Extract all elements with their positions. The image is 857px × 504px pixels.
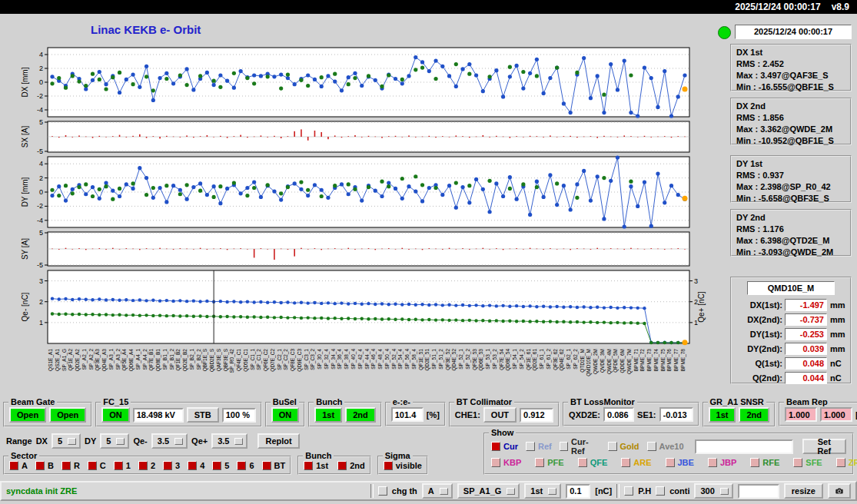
fc15-percent-field[interactable] (222, 408, 256, 423)
data-point (582, 305, 585, 308)
aux-input[interactable] (738, 484, 779, 499)
sector-check-4[interactable]: 4 (188, 461, 204, 470)
screenshot-button[interactable] (828, 483, 851, 499)
checkbox[interactable] (535, 458, 544, 467)
checkbox[interactable] (666, 458, 675, 467)
show-check-zre[interactable]: ZRE (836, 458, 857, 467)
qxd2e-value-field[interactable] (603, 407, 634, 422)
range-qem-dropdown[interactable]: 3.5 (151, 433, 188, 449)
show-check-ave10[interactable]: Ave10 (647, 442, 684, 451)
orbit-plots[interactable]: 420-2-4DX [mm]5-5SX [A]420-2-4DY [mm]5-5… (0, 14, 715, 400)
checkbox[interactable] (138, 461, 148, 470)
sigma-check-visible[interactable]: visible (384, 461, 422, 470)
show-check-jbp[interactable]: JBP (708, 458, 736, 467)
sector-check-a[interactable]: A (9, 461, 28, 470)
beam-rep-field-2[interactable] (820, 407, 852, 422)
checkbox[interactable] (114, 461, 123, 470)
checkbox[interactable] (836, 458, 845, 467)
threshold-input[interactable] (566, 484, 590, 499)
checkbox[interactable] (61, 461, 71, 470)
busel-on-button[interactable]: ON (271, 407, 300, 423)
data-point (165, 314, 168, 317)
gr-snsr-1st-button[interactable]: 1st (709, 407, 736, 423)
ee-ratio-field[interactable] (391, 407, 424, 422)
checkbox[interactable] (621, 458, 630, 467)
show-check-kbp[interactable]: KBP (491, 458, 521, 467)
checkbox[interactable] (262, 461, 271, 470)
resize-button[interactable]: resize (784, 483, 823, 499)
sector-check-r[interactable]: R (61, 461, 80, 470)
beam-gate-open-1-button[interactable]: Open (9, 407, 46, 423)
chg-th-checkbox[interactable] (378, 486, 387, 496)
sector-check-b[interactable]: B (35, 461, 54, 470)
checkbox[interactable] (212, 461, 221, 470)
sector-select-dropdown[interactable]: A (422, 483, 453, 499)
beam-gate-open-2-button[interactable]: Open (49, 407, 86, 423)
checkbox[interactable] (384, 461, 393, 470)
show-check-are[interactable]: ARE (621, 458, 651, 467)
bunch-check-1st[interactable]: 1st (304, 461, 328, 470)
checkbox[interactable] (793, 458, 802, 467)
show-check-gold[interactable]: Gold (608, 442, 639, 451)
sector-check-1[interactable]: 1 (114, 461, 131, 470)
set-ref-button[interactable]: Set Ref (802, 439, 846, 454)
show-check-rfe[interactable]: RFE (750, 458, 779, 467)
checkbox[interactable] (578, 458, 587, 467)
checkbox[interactable] (237, 461, 246, 470)
checkbox[interactable] (88, 461, 97, 470)
che1-state-button[interactable]: OUT (483, 407, 517, 423)
checkbox[interactable] (647, 442, 656, 451)
show-check-cur[interactable]: Cur (491, 442, 518, 451)
checkbox[interactable] (188, 461, 197, 470)
sector-check-c[interactable]: C (88, 461, 106, 470)
range-dx-dropdown[interactable]: 5 (51, 433, 81, 449)
show-check-sfe[interactable]: SFE (793, 458, 822, 467)
bpm-select-dropdown[interactable]: SP_A1_G (457, 483, 520, 499)
checkbox[interactable] (608, 442, 617, 451)
range-dy-dropdown[interactable]: 5 (100, 433, 129, 449)
checkbox[interactable] (491, 442, 500, 451)
fc15-on-button[interactable]: ON (101, 407, 130, 423)
bpm-monitor-title[interactable]: QMD10E_M (747, 281, 835, 295)
se1-value-field[interactable] (659, 407, 693, 422)
sector-check-2[interactable]: 2 (138, 461, 155, 470)
sector-check-bt[interactable]: BT (262, 461, 286, 470)
bunch-1st-button[interactable]: 1st (314, 407, 342, 423)
repeat-count-dropdown[interactable]: 300 (694, 483, 732, 499)
bunch-2nd-button[interactable]: 2nd (345, 407, 376, 423)
stat-rms: RMS : 0.937 (736, 170, 850, 181)
show-check-qfe[interactable]: QFE (578, 458, 608, 467)
data-point (535, 180, 539, 184)
checkbox[interactable] (750, 458, 759, 467)
checkbox[interactable] (708, 458, 717, 467)
data-point (380, 317, 384, 320)
checkbox[interactable] (560, 442, 568, 451)
checkbox[interactable] (337, 461, 347, 470)
bunch-select-dropdown[interactable]: 1st (524, 483, 561, 499)
beam-rep-field-1[interactable] (785, 407, 817, 422)
che1-value-field[interactable] (520, 408, 553, 423)
range-qep-dropdown[interactable]: 3.5 (211, 433, 247, 449)
sector-check-6[interactable]: 6 (237, 461, 254, 470)
ref-name-input[interactable] (695, 439, 793, 454)
checkbox[interactable] (163, 461, 172, 470)
show-check-cur-ref[interactable]: Cur-Ref (560, 437, 600, 456)
ph-checkbox[interactable] (624, 486, 633, 496)
bunch-check-2nd[interactable]: 2nd (337, 461, 365, 470)
sector-check-3[interactable]: 3 (163, 461, 180, 470)
sector-check-5[interactable]: 5 (212, 461, 229, 470)
replot-button[interactable]: Replot (257, 433, 299, 449)
checkbox[interactable] (491, 458, 500, 467)
plot-frame[interactable] (48, 270, 689, 343)
fc15-kv-field[interactable] (133, 408, 184, 423)
show-check-ref[interactable]: Ref (526, 442, 552, 451)
fc15-stb-button[interactable]: STB (187, 407, 219, 423)
checkbox[interactable] (35, 461, 45, 470)
checkbox[interactable] (526, 442, 535, 451)
show-check-jbe[interactable]: JBE (666, 458, 694, 467)
conti-checkbox[interactable] (656, 486, 665, 496)
gr-snsr-2nd-button[interactable]: 2nd (739, 407, 769, 423)
checkbox[interactable] (304, 461, 313, 470)
checkbox[interactable] (9, 461, 18, 470)
show-check-pfe[interactable]: PFE (535, 458, 563, 467)
